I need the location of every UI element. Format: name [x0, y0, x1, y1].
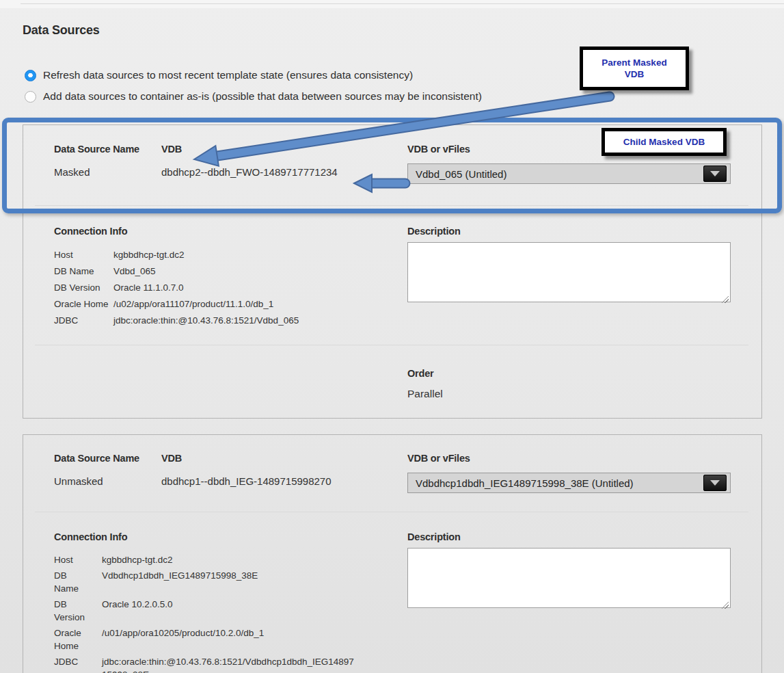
conn-label: DB Name	[54, 569, 94, 595]
vdb-select-value: Vdbd_065 (Untitled)	[416, 168, 506, 180]
radio-option-refresh[interactable]: Refresh data sources to most recent temp…	[25, 66, 482, 84]
conn-label: Host	[54, 553, 94, 566]
order-section: Order Parallel	[54, 345, 729, 400]
order-value: Parallel	[407, 388, 731, 400]
conn-label: Oracle Home	[54, 298, 113, 311]
column-header-vdb: VDB	[161, 144, 182, 155]
data-source-name-value: Masked	[54, 166, 161, 178]
top-band	[0, 0, 784, 8]
vdb-select[interactable]: Vdbdhcp1dbdh_IEG1489715998_38E (Untitled…	[407, 473, 731, 493]
vdb-or-vfiles-label: VDB or vFiles	[407, 453, 731, 464]
conn-value: Oracle 10.2.0.5.0	[102, 598, 173, 624]
column-header-vdb: VDB	[161, 453, 182, 464]
data-source-panel-unmasked: Data Source Name VDB Unmasked dbdhcp1--d…	[23, 434, 762, 673]
vdb-select-value: Vdbdhcp1dbdh_IEG1489715998_38E (Untitled…	[416, 477, 634, 489]
conn-value: /u01/app/ora10205/product/10.2.0/db_1	[102, 626, 264, 652]
column-header-data-source-name: Data Source Name	[54, 144, 161, 155]
conn-value: Vdbd_065	[113, 265, 156, 278]
conn-value: Oracle 11.1.0.7.0	[113, 281, 184, 295]
parent-masked-vdb-callout: Parent Masked VDB	[580, 47, 689, 90]
conn-label: JDBC	[54, 655, 94, 673]
conn-label: Oracle Home	[54, 626, 94, 652]
child-masked-vdb-callout: Child Masked VDB	[601, 128, 727, 156]
conn-value: jdbc:oracle:thin:@10.43.76.8:1521/Vdbdhc…	[102, 655, 356, 673]
chevron-down-icon	[710, 480, 720, 486]
vdb-select-button[interactable]	[703, 166, 727, 182]
conn-label: Host	[54, 248, 113, 262]
chevron-down-icon	[710, 171, 720, 176]
connection-info-table: Hostkgbbdhcp-tgt.dc2 DB NameVdbdhcp1dbdh…	[54, 553, 375, 673]
connection-section: Connection Info Hostkgbbdhcp-tgt.dc2 DB …	[54, 206, 729, 345]
description-textarea[interactable]	[407, 242, 731, 302]
vdb-select[interactable]: Vdbd_065 (Untitled)	[407, 163, 731, 184]
description-heading: Description	[407, 226, 731, 237]
connection-info-heading: Connection Info	[54, 531, 375, 542]
conn-label: JDBC	[54, 314, 113, 328]
top-divider	[21, 3, 784, 4]
connection-info-heading: Connection Info	[54, 226, 375, 237]
data-source-panel-masked: Data Source Name VDB Masked dbdhcp2--dbd…	[23, 124, 762, 419]
conn-label: DB Version	[54, 598, 94, 624]
radio-option-add-asis[interactable]: Add data sources to container as-is (pos…	[25, 88, 482, 105]
order-heading: Order	[407, 368, 731, 379]
conn-label: DB Name	[54, 265, 113, 278]
connection-info-table: Hostkgbbdhcp-tgt.dc2 DB NameVdbd_065 DB …	[54, 248, 375, 328]
vdb-select-button[interactable]	[703, 475, 727, 491]
conn-value: jdbc:oracle:thin:@10.43.76.8:1521/Vdbd_0…	[113, 314, 299, 328]
conn-value: kgbbdhcp-tgt.dc2	[102, 553, 173, 566]
radio-option-refresh-label: Refresh data sources to most recent temp…	[43, 66, 413, 84]
vdb-value: dbdhcp1--dbdh_IEG-1489715998270	[161, 475, 332, 487]
connection-section: Connection Info Hostkgbbdhcp-tgt.dc2 DB …	[54, 512, 729, 673]
page-title: Data Sources	[23, 23, 100, 38]
conn-value: kgbbdhcp-tgt.dc2	[113, 248, 185, 262]
radio-unselected-icon[interactable]	[25, 91, 36, 103]
description-heading: Description	[407, 531, 731, 542]
conn-value: Vdbdhcp1dbdh_IEG1489715998_38E	[102, 569, 258, 595]
conn-label: DB Version	[54, 281, 113, 295]
description-textarea[interactable]	[407, 548, 731, 608]
radio-option-add-asis-label: Add data sources to container as-is (pos…	[43, 88, 482, 105]
refresh-options-group: Refresh data sources to most recent temp…	[25, 66, 482, 109]
radio-selected-icon[interactable]	[25, 70, 36, 81]
column-header-data-source-name: Data Source Name	[54, 453, 161, 464]
panel-header-section: Data Source Name VDB Unmasked dbdhcp1--d…	[54, 435, 729, 512]
vdb-value: dbdhcp2--dbdh_FWO-1489717771234	[161, 166, 338, 178]
conn-value: /u02/app/ora11107/product/11.1.0/db_1	[113, 298, 273, 311]
data-source-name-value: Unmasked	[54, 475, 161, 487]
